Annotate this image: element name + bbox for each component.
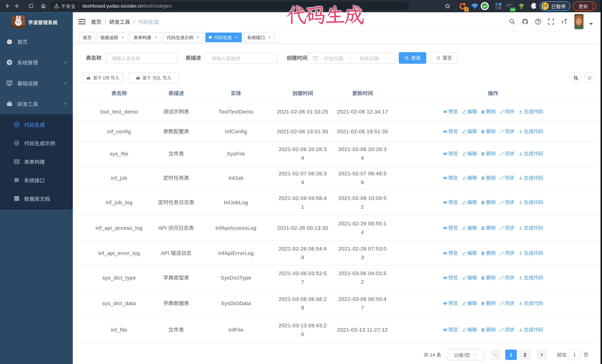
profile-paused-pill[interactable]: 😂 已暂停 — [540, 1, 570, 11]
row-action-sync[interactable]: 同步 — [500, 149, 515, 158]
next-page-button[interactable] — [537, 350, 547, 360]
page-2-button[interactable]: 2 — [519, 350, 531, 360]
col-table-desc[interactable]: 表描述 — [153, 84, 199, 102]
row-action-sync[interactable]: 同步 — [500, 174, 515, 182]
font-size-icon[interactable] — [561, 18, 567, 25]
row-action-preview[interactable]: 预览 — [443, 127, 458, 136]
close-icon[interactable]: × — [121, 35, 125, 40]
row-action-generate[interactable]: 生成代码 — [519, 299, 543, 308]
row-action-sync[interactable]: 同步 — [500, 198, 515, 207]
user-avatar[interactable] — [574, 14, 583, 29]
row-action-sync[interactable]: 同步 — [500, 107, 515, 116]
refresh-table-button[interactable] — [584, 73, 595, 83]
extension-monkey-icon[interactable] — [518, 2, 525, 10]
tag-codegen-example[interactable]: 代码生成示例× — [163, 32, 203, 42]
tag-tracing[interactable]: 链路追踪× — [97, 32, 128, 42]
sidebar-item-codegen-example[interactable]: 代码生成示例 — [0, 134, 73, 152]
row-action-delete[interactable]: 删除 — [481, 299, 496, 308]
extension-colorzilla-icon[interactable]: 1 — [459, 2, 467, 10]
github-icon[interactable] — [522, 18, 528, 25]
browser-menu-icon[interactable] — [592, 3, 593, 9]
row-action-generate[interactable]: 生成代码 — [519, 149, 543, 158]
extension-tiles-icon[interactable] — [494, 2, 502, 10]
row-action-sync[interactable]: 同步 — [500, 249, 515, 258]
row-action-delete[interactable]: 删除 — [481, 249, 496, 258]
date-start-placeholder[interactable]: 开始日期 — [324, 55, 343, 62]
row-action-edit[interactable]: 编辑 — [462, 224, 477, 232]
row-action-generate[interactable]: 生成代码 — [519, 127, 543, 136]
tag-codegen[interactable]: 代码生成× — [205, 32, 242, 42]
row-action-edit[interactable]: 编辑 — [462, 198, 477, 207]
close-icon[interactable]: × — [196, 35, 200, 40]
row-action-sync[interactable]: 同步 — [500, 224, 515, 232]
import-sql-button[interactable]: 基于 SQL 导入 — [128, 73, 179, 83]
search-button[interactable]: 搜索 — [399, 52, 426, 64]
row-action-preview[interactable]: 预览 — [443, 198, 458, 207]
date-range-input[interactable]: 开始日期 - 结束日期 — [308, 52, 395, 64]
sidebar-item-api[interactable]: 系统接口 — [0, 171, 73, 189]
table-name-input[interactable]: 请输入表名称 — [106, 52, 177, 64]
hamburger-icon[interactable] — [78, 19, 86, 25]
extension-check-icon[interactable] — [481, 2, 489, 10]
row-action-preview[interactable]: 预览 — [443, 174, 458, 182]
row-action-sync[interactable]: 同步 — [500, 299, 515, 308]
row-action-delete[interactable]: 删除 — [481, 149, 496, 158]
row-action-preview[interactable]: 预览 — [443, 249, 458, 258]
page-1-button[interactable]: 1 — [505, 350, 517, 360]
row-action-edit[interactable]: 编辑 — [462, 273, 477, 282]
row-action-preview[interactable]: 预览 — [443, 299, 458, 308]
row-action-generate[interactable]: 生成代码 — [519, 198, 543, 207]
chrome-update-pill[interactable]: 更新 — [573, 1, 596, 11]
breadcrumb-devtools[interactable]: 研发工具 — [109, 18, 130, 25]
sidebar-item-devtools[interactable]: 研发工具 — [0, 94, 73, 114]
row-action-generate[interactable]: 生成代码 — [519, 174, 543, 182]
row-action-edit[interactable]: 编辑 — [462, 174, 477, 182]
row-action-preview[interactable]: 预览 — [443, 273, 458, 282]
sidebar-item-home[interactable]: 首页 — [0, 31, 73, 52]
tag-form-builder[interactable]: 表单构建× — [130, 32, 161, 42]
col-table-name[interactable]: 表名称 — [80, 84, 153, 102]
col-actions[interactable]: 操作 — [393, 84, 598, 102]
close-icon[interactable]: × — [234, 35, 238, 40]
row-action-delete[interactable]: 删除 — [481, 174, 496, 182]
row-action-preview[interactable]: 预览 — [443, 325, 458, 334]
row-action-delete[interactable]: 删除 — [481, 127, 496, 136]
table-desc-input[interactable]: 请输入表描述 — [206, 52, 278, 64]
row-action-sync[interactable]: 同步 — [500, 273, 515, 282]
sidebar-item-system[interactable]: 系统管理 — [0, 52, 73, 73]
row-action-preview[interactable]: 预览 — [443, 224, 458, 232]
page-size-select[interactable]: 10条/页 — [447, 349, 484, 360]
row-action-edit[interactable]: 编辑 — [462, 149, 477, 158]
row-action-edit[interactable]: 编辑 — [462, 325, 477, 334]
app-logo[interactable]: 芋道管理系统 — [0, 13, 73, 31]
tag-api[interactable]: 系统接口× — [244, 32, 275, 42]
row-action-delete[interactable]: 删除 — [481, 107, 496, 116]
row-action-sync[interactable]: 同步 — [500, 127, 515, 136]
row-action-edit[interactable]: 编辑 — [462, 249, 477, 258]
import-db-button[interactable]: 基于 DB 导入 — [82, 73, 124, 83]
col-updated[interactable]: 更新时间 — [332, 84, 393, 102]
row-action-delete[interactable]: 删除 — [481, 224, 496, 232]
caret-down-icon[interactable] — [589, 22, 593, 26]
prev-page-button[interactable] — [491, 350, 501, 360]
row-action-preview[interactable]: 预览 — [443, 107, 458, 116]
row-action-delete[interactable]: 删除 — [481, 198, 496, 207]
row-action-generate[interactable]: 生成代码 — [519, 325, 543, 334]
row-action-edit[interactable]: 编辑 — [462, 127, 477, 136]
sidebar-item-infra[interactable]: 基础设施 — [0, 73, 73, 94]
row-action-delete[interactable]: 删除 — [481, 325, 496, 334]
sidebar-item-db-doc[interactable]: 数据库文档 — [0, 189, 73, 208]
fullscreen-icon[interactable] — [548, 18, 554, 25]
row-action-sync[interactable]: 同步 — [500, 325, 515, 334]
sidebar-item-form-builder[interactable]: 表单构建 — [0, 152, 73, 171]
col-created[interactable]: 创建时间 — [273, 84, 332, 102]
header-search-icon[interactable] — [509, 18, 516, 25]
extension-gem-icon[interactable] — [471, 2, 478, 10]
tag-home[interactable]: 首页 — [79, 32, 95, 42]
help-icon[interactable] — [535, 18, 541, 25]
date-end-placeholder[interactable]: 结束日期 — [360, 55, 379, 62]
row-action-generate[interactable]: 生成代码 — [519, 107, 543, 116]
row-action-edit[interactable]: 编辑 — [462, 107, 477, 116]
goto-page-input[interactable]: 1 — [568, 349, 581, 360]
sidebar-item-codegen[interactable]: 代码生成 — [0, 115, 73, 134]
